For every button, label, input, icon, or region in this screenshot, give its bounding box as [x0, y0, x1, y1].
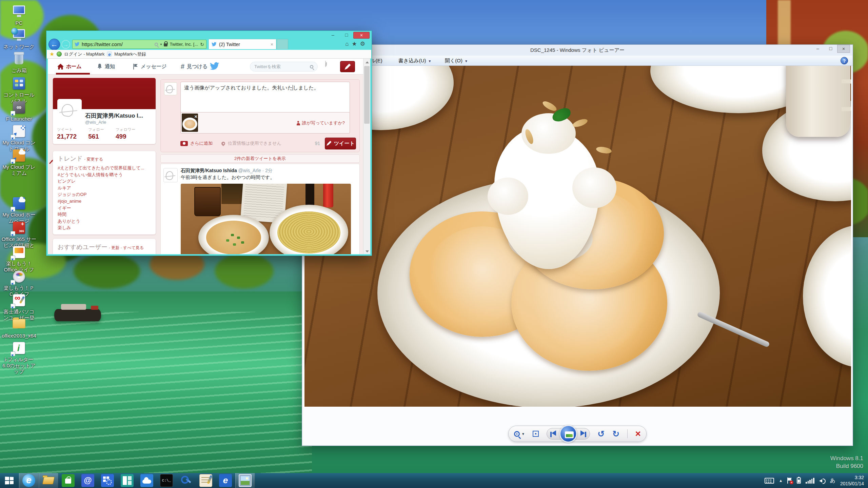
- trend-item[interactable]: ジョジョのOP: [58, 191, 151, 198]
- stat-following[interactable]: フォロー 561: [88, 127, 104, 140]
- close-button[interactable]: ×: [353, 32, 370, 39]
- remove-attachment-icon[interactable]: ×: [194, 114, 197, 119]
- favorite-link[interactable]: MapMarkへ登録: [114, 51, 146, 57]
- settings-gear-icon[interactable]: ⚙: [360, 41, 368, 47]
- tweet-timestamp[interactable]: 2分: [265, 168, 273, 173]
- desktop-icon-mycloud-homepage[interactable]: My Cloud ホームページ: [1, 196, 37, 224]
- ime-indicator[interactable]: あ: [830, 477, 835, 484]
- zoom-button[interactable]: +▼: [514, 431, 525, 437]
- chevron-down-icon[interactable]: ▾: [160, 42, 162, 46]
- maximize-button[interactable]: □: [824, 45, 837, 53]
- show-hidden-icons[interactable]: ▲: [779, 479, 783, 483]
- favorites-star-icon[interactable]: ★: [352, 41, 360, 47]
- desktop-icon-office2013-folder[interactable]: office2013_x64: [1, 317, 37, 339]
- start-button[interactable]: [0, 473, 19, 488]
- desktop-icon-mycloud-premium[interactable]: My Cloud プレミアム: [1, 148, 37, 176]
- scroll-up-arrow[interactable]: [363, 59, 370, 65]
- profile-menu-avatar[interactable]: [325, 61, 326, 67]
- taskbar-my-cloud[interactable]: [137, 473, 157, 488]
- twitter-bird-logo[interactable]: [210, 62, 219, 72]
- attached-image-thumbnail[interactable]: ×: [182, 114, 198, 132]
- taskbar-photo-viewer[interactable]: [235, 473, 255, 488]
- profile-card[interactable]: 石田賀津男/Katsuo I... @wis_Arle ツイート 21,772 …: [53, 78, 156, 144]
- desktop-icon-pc[interactable]: PC: [1, 4, 37, 26]
- nav-home[interactable]: ホーム: [57, 59, 82, 74]
- desktop-icon-mycloud-control[interactable]: My Cloud コントロール: [1, 124, 37, 151]
- tweet-photo-noodles[interactable]: [181, 184, 351, 254]
- network-signal-icon[interactable]: [806, 477, 814, 484]
- page-scrollbar[interactable]: [363, 59, 370, 254]
- camera-icon[interactable]: [180, 141, 188, 146]
- taskbar-internet-explorer[interactable]: e: [19, 473, 39, 488]
- desktop-icon-network[interactable]: ネットワーク: [1, 28, 37, 50]
- back-button[interactable]: ←: [48, 39, 60, 50]
- maximize-button[interactable]: □: [340, 32, 353, 39]
- close-button[interactable]: ×: [837, 45, 850, 53]
- slideshow-button[interactable]: [559, 425, 577, 443]
- trend-item[interactable]: 時間: [58, 211, 151, 218]
- menu-burn[interactable]: 書き込み(U)▼: [398, 56, 431, 66]
- taskbar-mail[interactable]: @: [78, 473, 98, 488]
- profile-name[interactable]: 石田賀津男/Katsuo I...: [85, 112, 143, 120]
- battery-icon[interactable]: [797, 477, 801, 484]
- new-tab-button[interactable]: [277, 39, 288, 49]
- rotate-clockwise-button[interactable]: ↻: [612, 430, 619, 438]
- search-input[interactable]: Twitterを検索: [250, 62, 318, 72]
- clock[interactable]: 3:32 2015/01/14: [840, 474, 864, 487]
- site-identity[interactable]: Twitter, Inc. [...: [170, 42, 198, 47]
- add-favorite-star-icon[interactable]: ★: [50, 51, 54, 57]
- suggested-refresh-link[interactable]: 更新: [111, 245, 119, 250]
- avatar[interactable]: [163, 168, 178, 182]
- stat-tweets[interactable]: ツイート 21,772: [57, 127, 77, 140]
- trend-item[interactable]: 楽しみ: [58, 224, 151, 231]
- scroll-down-arrow[interactable]: [363, 248, 370, 254]
- next-button[interactable]: [580, 430, 586, 437]
- forward-button[interactable]: →: [61, 40, 70, 49]
- new-tweets-bar[interactable]: 2件の新着ツイートを表示: [160, 155, 360, 163]
- rotate-counterclockwise-button[interactable]: ↺: [597, 430, 605, 438]
- nav-messages[interactable]: メッセージ: [133, 59, 166, 74]
- trends-change-link[interactable]: · 変更する: [84, 157, 103, 162]
- taskbar-command-prompt[interactable]: C:\_: [157, 473, 176, 488]
- taskbar-password-key[interactable]: [176, 473, 196, 488]
- trend-item[interactable]: #えと打って出てきたもので世界征服して...: [58, 165, 151, 171]
- volume-icon[interactable]: [819, 477, 825, 484]
- desktop-icon-f-launcher[interactable]: ∞ F-Launcher: [1, 100, 37, 122]
- trend-item[interactable]: #どうでもいい個人情報を晒そう: [58, 171, 151, 178]
- tweet-text-input[interactable]: 違う画像がアップされておりました。失礼いたしました。: [180, 82, 350, 113]
- help-icon[interactable]: ?: [841, 57, 848, 64]
- taskbar-settings[interactable]: [98, 473, 117, 488]
- trend-item[interactable]: ルキア: [58, 185, 151, 191]
- tweet-button[interactable]: ツイート: [325, 138, 356, 149]
- nav-discover[interactable]: # 見つける: [181, 59, 208, 74]
- tweet-author[interactable]: 石田賀津男/Katsuo Ishida: [181, 168, 237, 173]
- stat-followers[interactable]: フォロワー 499: [116, 127, 136, 140]
- nav-notifications[interactable]: 通知: [97, 59, 115, 74]
- suggested-view-all-link[interactable]: すべて見る: [123, 245, 144, 250]
- taskbar-store[interactable]: [58, 473, 78, 488]
- search-icon[interactable]: [155, 43, 158, 46]
- actual-size-button[interactable]: [533, 431, 539, 437]
- browser-tab[interactable]: (2) Twitter ×: [209, 39, 276, 49]
- home-icon[interactable]: ⌂: [345, 41, 352, 47]
- tweet-item[interactable]: 石田賀津男/Katsuo Ishida @wis_Arle · 2分 午前3時を…: [160, 164, 360, 254]
- refresh-icon[interactable]: ↻: [200, 42, 204, 47]
- taskbar-file-explorer[interactable]: [39, 473, 58, 488]
- tab-close-icon[interactable]: ×: [271, 42, 273, 47]
- add-more-photos-link[interactable]: さらに追加: [190, 140, 213, 146]
- scrollbar-thumb[interactable]: [364, 66, 370, 124]
- action-center-flag-icon[interactable]: ×: [787, 477, 792, 484]
- touch-keyboard-icon[interactable]: [765, 478, 774, 484]
- address-bar[interactable]: https://twitter.com/ ▾ Twitter, Inc. [..…: [72, 40, 206, 49]
- taskbar-internet-explorer-tile[interactable]: e: [216, 473, 235, 488]
- taskbar-apps-tiles[interactable]: [117, 473, 137, 488]
- menu-open[interactable]: 開く(O)▼: [445, 56, 468, 66]
- minimize-button[interactable]: –: [326, 32, 340, 39]
- taskbar-sticky-notes[interactable]: [196, 473, 216, 488]
- trend-item[interactable]: イギー: [58, 205, 151, 211]
- trend-item[interactable]: ピングレ: [58, 178, 151, 185]
- desktop-icon-office-life[interactable]: 楽しもう！Office ライフ: [1, 245, 37, 272]
- trend-item[interactable]: ありがとう: [58, 218, 151, 225]
- trend-item[interactable]: #jojo_anime: [58, 198, 151, 205]
- avatar[interactable]: [57, 99, 82, 121]
